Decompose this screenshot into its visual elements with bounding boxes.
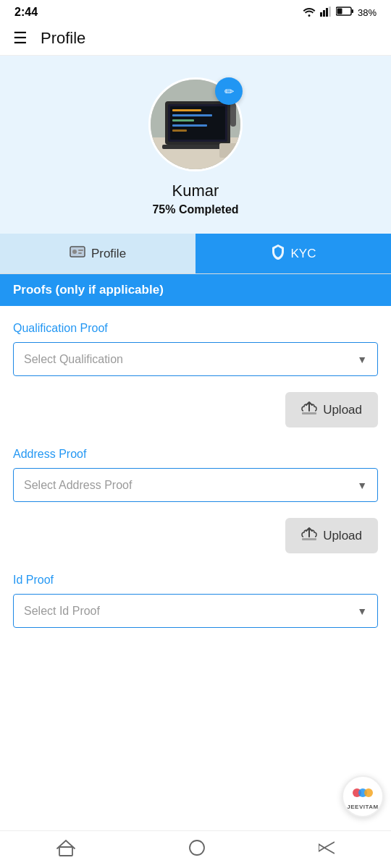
svg-rect-12 — [172, 109, 201, 111]
svg-rect-2 — [326, 8, 328, 17]
profile-hero: Kumar 75% Completed — [0, 56, 391, 234]
edit-profile-button[interactable] — [215, 77, 243, 105]
address-select[interactable]: Select Address Proof Aadhaar Card Passpo… — [14, 469, 377, 501]
battery-percent: 38% — [358, 7, 377, 18]
kyc-section: Proofs (only if applicable) Qualificatio… — [0, 274, 391, 692]
wifi-icon — [303, 7, 316, 19]
jeevitam-logo — [350, 783, 376, 803]
svg-rect-6 — [337, 9, 342, 14]
status-bar: 2:44 38% — [0, 0, 391, 22]
address-proof-label: Address Proof — [13, 448, 378, 461]
tab-profile[interactable]: Profile — [0, 234, 196, 273]
svg-rect-16 — [172, 129, 187, 132]
avatar-wrapper — [148, 77, 243, 171]
address-select-wrapper[interactable]: Select Address Proof Aadhaar Card Passpo… — [13, 468, 378, 502]
profile-tab-label: Profile — [91, 247, 126, 261]
svg-rect-3 — [329, 7, 331, 17]
bottom-nav — [0, 830, 391, 868]
id-proof-label: Id Proof — [13, 574, 378, 587]
jeevitam-label: JEEVITAM — [347, 804, 378, 810]
battery-icon — [336, 7, 353, 18]
status-icons: 38% — [303, 7, 377, 19]
nav-share-button[interactable] — [304, 833, 349, 867]
upload-cloud-icon-2 — [301, 527, 317, 545]
svg-rect-25 — [302, 538, 316, 540]
upload-cloud-icon — [301, 401, 317, 419]
svg-point-28 — [364, 788, 373, 797]
svg-rect-5 — [351, 9, 353, 13]
qualification-proof-section: Qualification Proof Select Qualification… — [13, 306, 378, 382]
address-upload-row: Upload — [13, 518, 378, 553]
qualification-upload-row: Upload — [13, 392, 378, 427]
proofs-section-header: Proofs (only if applicable) — [0, 274, 391, 306]
signal-icon — [320, 7, 332, 19]
qualification-upload-button[interactable]: Upload — [285, 392, 378, 427]
nav-back-button[interactable] — [174, 833, 220, 867]
profile-completion: 75% Completed — [152, 203, 238, 216]
address-upload-label: Upload — [323, 529, 362, 543]
profile-name: Kumar — [172, 182, 219, 200]
svg-rect-14 — [172, 119, 194, 122]
page-title: Profile — [41, 29, 85, 48]
kyc-tab-label: KYC — [291, 247, 316, 261]
qualification-proof-label: Qualification Proof — [13, 322, 378, 335]
svg-rect-22 — [78, 250, 83, 251]
pencil-icon — [224, 85, 234, 98]
profile-tab-icon — [70, 245, 85, 262]
svg-rect-15 — [172, 124, 207, 127]
status-time: 2:44 — [14, 6, 38, 19]
address-upload-button[interactable]: Upload — [285, 518, 378, 553]
qualification-select-wrapper[interactable]: Select Qualification 10th 12th Graduatio… — [13, 342, 378, 376]
qualification-upload-label: Upload — [323, 403, 362, 417]
form-content: Qualification Proof Select Qualification… — [0, 306, 391, 692]
qualification-select[interactable]: Select Qualification 10th 12th Graduatio… — [14, 343, 377, 375]
svg-rect-29 — [59, 847, 72, 856]
jeevitam-fab[interactable]: JEEVITAM — [342, 775, 384, 817]
id-select-wrapper[interactable]: Select Id Proof PAN Card Aadhaar Card Pa… — [13, 594, 378, 628]
kyc-tab-icon — [271, 244, 285, 263]
tabs-container: Profile KYC — [0, 234, 391, 274]
svg-point-30 — [190, 841, 204, 855]
app-header: ☰ Profile — [0, 22, 391, 56]
svg-point-21 — [72, 250, 77, 254]
svg-marker-31 — [319, 844, 324, 851]
address-proof-section: Address Proof Select Address Proof Aadha… — [13, 432, 378, 508]
svg-rect-19 — [219, 143, 241, 158]
svg-rect-13 — [172, 114, 212, 116]
svg-rect-1 — [323, 10, 325, 17]
svg-rect-0 — [320, 12, 322, 17]
id-select[interactable]: Select Id Proof PAN Card Aadhaar Card Pa… — [14, 595, 377, 627]
hamburger-menu-icon[interactable]: ☰ — [13, 29, 28, 48]
id-proof-section: Id Proof Select Id Proof PAN Card Aadhaa… — [13, 558, 378, 634]
nav-home-button[interactable] — [42, 833, 90, 867]
svg-rect-23 — [78, 252, 82, 254]
tab-kyc[interactable]: KYC — [196, 234, 391, 273]
svg-rect-24 — [302, 412, 316, 414]
